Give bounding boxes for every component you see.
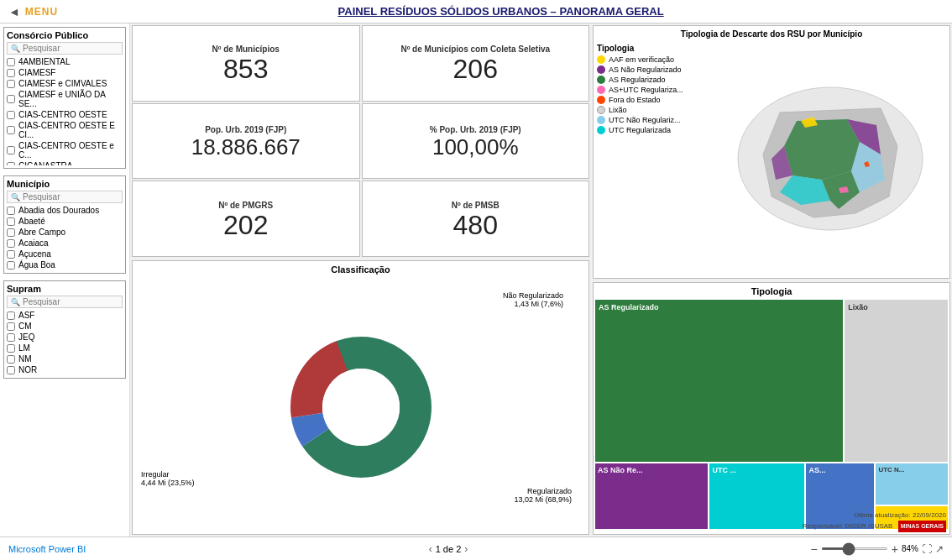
zoom-slider[interactable] — [821, 547, 888, 550]
treemap-cell-lixao: Lixão — [845, 300, 948, 463]
legend-item-as-nao: AS Não Regularizado — [597, 65, 708, 74]
legend-item-as-reg: AS Regularizado — [597, 76, 708, 84]
treemap-cell-as-reg: AS Regularizado — [595, 300, 843, 463]
metric-pmgrs: Nº de PMGRS 202 — [132, 181, 360, 257]
legend-color — [597, 126, 605, 134]
supram-search-input[interactable] — [23, 297, 118, 306]
metric-pct-pop-urb: % Pop. Urb. 2019 (FJP) 100,00% — [362, 103, 590, 180]
prev-page-button[interactable]: ‹ — [429, 543, 432, 555]
donut-center — [322, 369, 400, 446]
municipio-section: Município 🔍 Abadia dos Dourados Abaeté A… — [3, 175, 126, 274]
metric-label: Pop. Urb. 2019 (FJP) — [201, 122, 290, 134]
treemap-row1: AS Regularizado Lixão — [595, 300, 948, 463]
metric-pop-urb: Pop. Urb. 2019 (FJP) 18.886.667 — [132, 103, 360, 180]
treemap-container: AS Regularizado Lixão AS Não Re... UTC .… — [594, 298, 949, 531]
list-item[interactable]: NM — [7, 353, 123, 364]
page-nav: ‹ 1 de 2 › — [429, 543, 468, 555]
list-item[interactable]: CIAS-CENTRO OESTE e C... — [7, 140, 123, 160]
zoom-out-button[interactable]: − — [811, 542, 818, 556]
metric-value: 206 — [453, 54, 498, 85]
list-item[interactable]: JEQ — [7, 332, 123, 343]
legend-color — [597, 86, 605, 94]
list-item[interactable]: NOR — [7, 364, 123, 375]
bottom-bar: Microsoft Power BI ‹ 1 de 2 › − + 84% ⛶ … — [0, 536, 952, 560]
metric-value: 202 — [223, 210, 268, 241]
main-content: Consórcio Público 🔍 4AMBIENTAL CIAMESF C… — [0, 24, 952, 536]
treemap-cell-as-nao: AS Não Re... — [595, 463, 708, 529]
next-page-button[interactable]: › — [464, 543, 468, 555]
metric-coleta-seletiva: Nº de Municípios com Coleta Seletiva 206 — [362, 25, 590, 102]
search-icon: 🔍 — [11, 298, 20, 306]
label-nao-regularizado: Não Regularizado 1,43 Mi (7,6%) — [503, 291, 563, 308]
metric-value: 100,00% — [432, 134, 519, 160]
classification-panel: Classificação Não Regularizado 1,43 Mi — [132, 260, 589, 535]
municipio-title: Município — [7, 179, 123, 189]
list-item[interactable]: Abre Campo — [7, 227, 123, 238]
donut-wrapper: Não Regularizado 1,43 Mi (7,6%) Regulari… — [133, 276, 588, 529]
legend-color — [597, 55, 605, 64]
municipio-list: Abadia dos Dourados Abaeté Abre Campo Ac… — [7, 205, 123, 270]
label-regularizado: Regularizado 13,02 Mi (68,9%) — [514, 487, 572, 504]
legend-color — [597, 65, 605, 74]
list-item[interactable]: Água Boa — [7, 259, 123, 270]
zoom-in-button[interactable]: + — [892, 542, 898, 556]
tipologia-title: Tipologia — [594, 283, 949, 298]
back-button[interactable]: ◄ — [8, 5, 20, 18]
map-visual — [711, 40, 949, 278]
mg-logo: MINAS GERAIS — [895, 521, 946, 533]
legend-color — [597, 76, 605, 84]
metric-label: Nº de Municípios com Coleta Seletiva — [397, 41, 553, 54]
legend-title: Tipologia — [597, 44, 708, 53]
consorcio-section: Consórcio Público 🔍 4AMBIENTAL CIAMESF C… — [3, 27, 126, 169]
list-item[interactable]: Açucena — [7, 249, 123, 259]
search-icon: 🔍 — [11, 193, 20, 201]
footer-info: Última atualização: 22/09/2020 Responsáv… — [803, 510, 946, 533]
list-item[interactable]: ASF — [7, 310, 123, 321]
map-title: Tipologia de Descarte dos RSU por Municí… — [594, 26, 949, 40]
list-item[interactable]: CIAMESF e CIMVALES — [7, 78, 123, 89]
municipio-search-box[interactable]: 🔍 — [7, 191, 123, 203]
page-info: 1 de 2 — [436, 544, 462, 554]
legend-item-fora: Fora do Estado — [597, 96, 708, 104]
share-button[interactable]: ↗ — [935, 543, 944, 555]
list-item[interactable]: CIAS-CENTRO OESTE — [7, 109, 123, 120]
list-item[interactable]: CICANASTRA — [7, 160, 123, 165]
metric-pmsb: Nº de PMSB 480 — [362, 181, 590, 257]
municipio-search-input[interactable] — [23, 192, 118, 201]
metric-value: 480 — [453, 210, 498, 241]
list-item[interactable]: CIAMESF — [7, 67, 123, 78]
legend-color — [597, 106, 605, 114]
list-item[interactable]: Acaiaca — [7, 238, 123, 249]
treemap-cell-utc: UTC ... — [709, 463, 804, 529]
legend-item-lixao: Lixão — [597, 106, 708, 114]
metric-label: Nº de Municípios — [209, 41, 283, 54]
legend-color — [597, 96, 605, 104]
consorcio-search-input[interactable] — [23, 44, 118, 53]
metric-label: Nº de PMGRS — [215, 197, 276, 210]
supram-search-box[interactable]: 🔍 — [7, 296, 123, 308]
left-panel: Consórcio Público 🔍 4AMBIENTAL CIAMESF C… — [0, 24, 130, 536]
powerbi-link[interactable]: Microsoft Power BI — [8, 544, 86, 554]
list-item[interactable]: 4AMBIENTAL — [7, 56, 123, 67]
top-bar: ◄ MENU PAINEL RESÍDUOS SÓLIDOS URBANOS –… — [0, 0, 952, 24]
metric-municipios: Nº de Municípios 853 — [132, 25, 360, 102]
consorcio-search-box[interactable]: 🔍 — [7, 42, 123, 55]
list-item[interactable]: CIAMESF e UNIÃO DA SE... — [7, 89, 123, 109]
list-item[interactable]: Abadia dos Dourados — [7, 205, 123, 216]
menu-label[interactable]: MENU — [25, 6, 58, 18]
legend-item-utc-nao: UTC Não Regulariz... — [597, 116, 708, 124]
list-item[interactable]: Abaeté — [7, 216, 123, 227]
classification-title: Classificação — [133, 261, 588, 276]
list-item[interactable]: LM — [7, 343, 123, 353]
center-panel: Nº de Municípios 853 Nº de Municípios co… — [130, 24, 591, 536]
fullscreen-button[interactable]: ⛶ — [922, 543, 932, 555]
list-item[interactable]: CIAS-CENTRO OESTE E CI... — [7, 120, 123, 140]
page-title: PAINEL RESÍDUOS SÓLIDOS URBANOS – PANORA… — [58, 5, 944, 18]
list-item[interactable]: CM — [7, 321, 123, 332]
zoom-controls: − + 84% ⛶ ↗ — [811, 542, 944, 556]
map-legend: Tipologia AAF em verificação AS Não Regu… — [594, 40, 711, 278]
map-svg — [730, 79, 931, 238]
zoom-value: 84% — [902, 544, 918, 553]
supram-title: Supram — [7, 284, 123, 294]
supram-section: Supram 🔍 ASF CM JEQ LM NM NOR — [3, 280, 126, 379]
